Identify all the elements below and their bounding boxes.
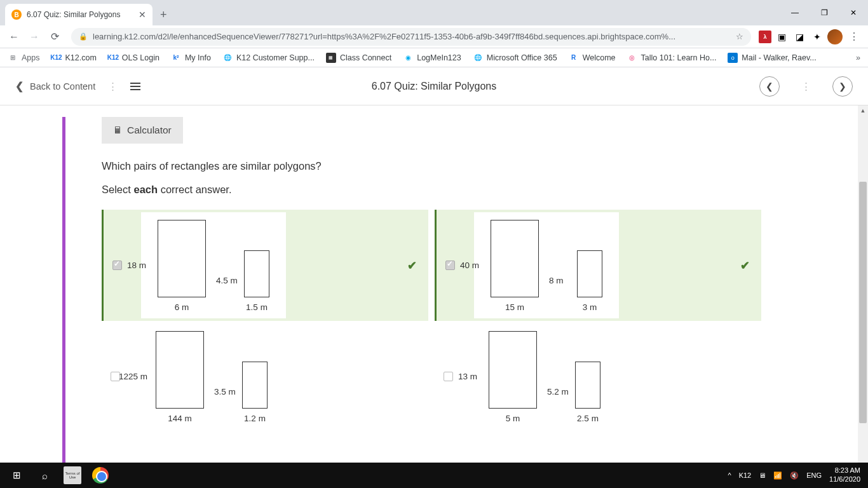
- terms-icon: Terms of Use: [64, 466, 81, 484]
- save-extension-icon[interactable]: ◪: [792, 29, 807, 44]
- answer-grid: 18 m 6 m 4.5 m 1.5 m ✔: [102, 210, 761, 432]
- close-window-button[interactable]: ✕: [839, 0, 868, 25]
- more-bookmarks-button[interactable]: »: [856, 53, 860, 62]
- instruction-text: Select each correct answer.: [102, 184, 761, 196]
- extensions-icon[interactable]: ✦: [810, 29, 825, 44]
- small-rectangle: [242, 362, 268, 409]
- url-text: learning.k12.com/d2l/le/enhancedSequence…: [93, 32, 731, 41]
- new-tab-button[interactable]: +: [153, 4, 175, 25]
- search-button[interactable]: ⌕: [31, 463, 58, 488]
- back-to-content-link[interactable]: ❮ Back to Content: [15, 80, 95, 92]
- small-rect-height: 3.5 m: [214, 387, 236, 396]
- divider-dots-icon: ⋮: [108, 81, 118, 92]
- big-rect-height: 40 m: [460, 261, 479, 270]
- bookmark-office365[interactable]: 🌐Microsoft Office 365: [473, 53, 557, 63]
- tray-wifi-icon[interactable]: 📶: [773, 471, 782, 480]
- tab-title: 6.07 Quiz: Similar Polygons: [27, 10, 133, 19]
- rectangle-pair: 1225 m 144 m 3.5 m 1.2 m: [139, 323, 284, 430]
- forward-button[interactable]: →: [25, 28, 43, 46]
- small-rect-width: 2.5 m: [577, 414, 599, 423]
- answer-option-c[interactable]: 1225 m 144 m 3.5 m 1.2 m: [102, 321, 428, 432]
- globe-icon: 🌐: [222, 53, 233, 63]
- bookmark-ols-login[interactable]: K12OLS Login: [108, 53, 159, 63]
- address-row: ← → ⟳ 🔒 learning.k12.com/d2l/le/enhanced…: [0, 25, 868, 48]
- answer-option-b[interactable]: 40 m 15 m 8 m 3 m ✔: [435, 210, 761, 321]
- big-rectangle: [156, 331, 204, 409]
- scroll-thumb[interactable]: [859, 182, 867, 423]
- small-rectangle: [244, 250, 269, 297]
- calculator-icon: 🖩: [113, 125, 122, 135]
- rectangle-pair: 40 m 15 m 8 m 3 m: [474, 212, 619, 318]
- page-header: ❮ Back to Content ⋮ 6.07 Quiz: Similar P…: [0, 67, 868, 105]
- reader-extension-icon[interactable]: ▣: [774, 29, 789, 44]
- small-rect-width: 1.5 m: [246, 302, 268, 312]
- chrome-icon: [92, 467, 109, 484]
- tab-strip: B 6.07 Quiz: Similar Polygons ✕ + — ❐ ✕: [0, 0, 868, 25]
- terms-app[interactable]: Terms of Use: [58, 463, 86, 488]
- big-rect-height: 18 m: [127, 261, 146, 270]
- tray-clock[interactable]: 8:23 AM 11/6/2020: [829, 466, 860, 484]
- big-rect-height: 1225 m: [119, 372, 147, 381]
- bookmark-tallo[interactable]: ◎Tallo 101: Learn Ho...: [627, 53, 717, 63]
- bookmark-star-icon[interactable]: ☆: [736, 32, 743, 41]
- content-area: 🖩 Calculator Which pairs of rectangles a…: [0, 105, 868, 487]
- k12-icon: K12: [108, 53, 118, 63]
- prev-question-button[interactable]: ❮: [759, 76, 780, 97]
- rectangle-pair: 18 m 6 m 4.5 m 1.5 m: [141, 212, 286, 318]
- tray-k12-label[interactable]: K12: [739, 471, 752, 479]
- bookmark-mail[interactable]: oMail - Walker, Raev...: [728, 53, 816, 63]
- class-connect-icon: ▦: [326, 53, 336, 63]
- maximize-button[interactable]: ❐: [810, 0, 839, 25]
- windows-icon: ⊞: [13, 470, 21, 481]
- small-rectangle: [575, 362, 600, 409]
- bookmark-k12com[interactable]: K12K12.com: [51, 53, 97, 63]
- scroll-up-icon[interactable]: ▲: [858, 105, 868, 116]
- office-icon: 🌐: [473, 53, 483, 63]
- profile-avatar[interactable]: [827, 29, 843, 44]
- small-rect-height: 4.5 m: [216, 276, 238, 285]
- bookmark-welcome[interactable]: RWelcome: [569, 53, 616, 63]
- address-bar[interactable]: 🔒 learning.k12.com/d2l/le/enhancedSequen…: [71, 28, 751, 46]
- minimize-button[interactable]: —: [780, 0, 810, 25]
- search-icon: ⌕: [42, 470, 48, 481]
- menu-button[interactable]: [130, 83, 140, 90]
- big-rectangle: [491, 220, 539, 297]
- start-button[interactable]: ⊞: [3, 463, 31, 488]
- back-button[interactable]: ←: [5, 28, 23, 46]
- apps-shortcut[interactable]: ⊞ Apps: [8, 53, 40, 63]
- bookmark-k12-support[interactable]: 🌐K12 Customer Supp...: [222, 53, 315, 63]
- small-rect-width: 3 m: [583, 302, 597, 312]
- logmein-icon: ◉: [403, 53, 413, 63]
- reload-button[interactable]: ⟳: [46, 28, 64, 46]
- browser-tab[interactable]: B 6.07 Quiz: Similar Polygons ✕: [5, 4, 153, 25]
- tray-display-icon[interactable]: 🖥: [759, 471, 766, 479]
- lock-icon: 🔒: [79, 32, 88, 41]
- chrome-app[interactable]: [86, 463, 114, 488]
- answer-option-d[interactable]: 13 m 5 m 5.2 m 2.5 m: [435, 321, 761, 432]
- apps-icon: ⊞: [8, 53, 18, 63]
- correct-check-icon: ✔: [740, 259, 750, 273]
- checkbox[interactable]: [112, 261, 122, 270]
- windows-taskbar: ⊞ ⌕ Terms of Use ^ K12 🖥 📶 🔇 ENG 8:23 AM…: [0, 463, 868, 488]
- calculator-label: Calculator: [127, 125, 172, 136]
- checkbox[interactable]: [444, 372, 453, 381]
- checkbox[interactable]: [445, 261, 455, 270]
- answer-option-a[interactable]: 18 m 6 m 4.5 m 1.5 m ✔: [102, 210, 428, 321]
- tray-date: 11/6/2020: [829, 475, 860, 484]
- calculator-button[interactable]: 🖩 Calculator: [102, 117, 183, 144]
- rectangle-pair: 13 m 5 m 5.2 m 2.5 m: [472, 323, 617, 430]
- my-info-icon: k²: [171, 53, 181, 63]
- vertical-scrollbar[interactable]: ▲ ▼: [858, 105, 868, 487]
- tray-volume-icon[interactable]: 🔇: [790, 471, 799, 480]
- bookmark-my-info[interactable]: k²My Info: [171, 53, 211, 63]
- chrome-menu-button[interactable]: ⋮: [845, 28, 863, 46]
- next-question-button[interactable]: ❯: [832, 76, 853, 97]
- tray-language[interactable]: ENG: [806, 471, 822, 479]
- tab-close-icon[interactable]: ✕: [139, 10, 146, 20]
- tray-chevron-icon[interactable]: ^: [728, 471, 731, 479]
- big-rectangle: [158, 220, 206, 297]
- bookmark-logmein[interactable]: ◉LogMeIn123: [403, 53, 461, 63]
- bookmark-class-connect[interactable]: ▦Class Connect: [326, 53, 391, 63]
- pdf-extension-icon[interactable]: λ: [759, 30, 771, 43]
- big-rect-width: 15 m: [505, 302, 524, 312]
